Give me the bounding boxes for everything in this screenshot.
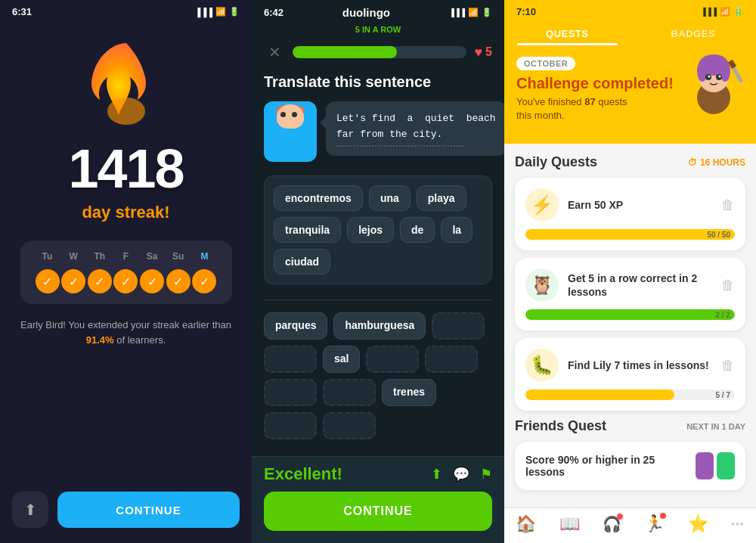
nav-home[interactable]: 🏠 [516,514,536,534]
quest-delete-3[interactable]: 🗑 [721,358,735,374]
signal-icon-3: ▐▐▐ [701,8,717,16]
answer-chip-2[interactable]: una [369,185,411,211]
quest-title-3: Find Lily 7 times in lessons! [568,358,712,372]
home-icon: 🏠 [516,514,536,534]
star-icon: ⭐ [688,514,708,534]
battery-icon: 🔋 [229,7,240,17]
flame-container [81,36,172,134]
quest-delete-1[interactable]: 🗑 [721,197,735,213]
streak-panel: 6:31 ▐▐▐ 📶 🔋 1418 day streak! Tu W Th [0,0,252,543]
status-bar-3: 7:10 ▐▐▐ 📶 🔋 [504,0,756,20]
nav-practice[interactable]: 🏃 [644,514,665,534]
day-tu: Tu [36,251,60,262]
more-icon: ••• [731,518,745,530]
quest-progress-2: 2 / 2 [525,309,735,320]
continue-button-2[interactable]: CONTINUE [264,492,492,531]
banner-character-icon [683,48,744,127]
svg-point-8 [708,76,711,78]
tab-quests[interactable]: QUESTS [504,20,631,45]
continue-button-1[interactable]: CONTINUE [57,492,240,528]
divider [264,299,492,300]
next-badge: NEXT IN 1 DAY [686,422,745,431]
excellent-row: Excellent! ⬆ 💬 ⚑ [264,464,492,484]
close-button[interactable]: ✕ [264,43,285,61]
nav-listen[interactable]: 🎧 [603,515,621,533]
wifi-icon-2: 📶 [468,8,479,17]
day-m: M [192,251,216,262]
word-hamburguesa[interactable]: hamburguesa [333,312,426,340]
word-trenes[interactable]: trenes [382,379,436,406]
block-purple [696,452,714,479]
check-w: ✓ [61,269,85,293]
friends-quest-text: Score 90% or higher in 25 lessons [525,454,686,478]
quest-tabs: QUESTS BADGES [504,20,756,45]
comment-icon[interactable]: 💬 [453,466,469,482]
friends-section: Friends Quest NEXT IN 1 DAY Score 90% or… [515,418,745,490]
progress-bar [293,46,466,58]
streak-number: 1418 [68,138,183,200]
quest-delete-2[interactable]: 🗑 [721,278,735,293]
lesson-bottom: Excellent! ⬆ 💬 ⚑ CONTINUE [252,456,504,543]
translate-label: Translate this sentence [264,73,492,91]
week-days: Tu W Th F Sa Su M [36,251,217,262]
nav-learn[interactable]: 📖 [559,514,580,534]
nav-more[interactable]: ••• [731,518,745,530]
quest-icon-duo: 🦉 [525,268,559,302]
answer-chip-8[interactable]: ciudad [274,249,330,275]
word-bank: parques hamburguesa sal trenes [264,306,492,445]
challenge-sub: You've finished 87 queststhis month. [516,95,683,123]
october-badge: OCTOBER [516,57,575,70]
word-parques[interactable]: parques [264,312,327,340]
week-checks: ✓ ✓ ✓ ✓ ✓ ✓ ✓ [36,269,217,293]
share-action-icon[interactable]: ⬆ [431,466,442,482]
friends-header: Friends Quest NEXT IN 1 DAY [515,418,745,434]
quest-title-2: Get 5 in a row correct in 2 lessons [568,272,712,299]
answer-chip-6[interactable]: de [400,217,435,243]
book-icon: 📖 [559,514,580,534]
streak-label: day streak! [82,203,169,222]
wifi-icon-3: 📶 [720,7,730,17]
nav-quests[interactable]: ⭐ [688,514,708,534]
word-empty-8 [323,412,376,439]
status-bar-2: 6:42 duolingo ▐▐▐ 📶 🔋 [252,0,504,22]
word-empty-2 [264,346,317,373]
word-sal[interactable]: sal [323,346,360,373]
daily-quests-title: Daily Quests [515,154,597,170]
week-grid: Tu W Th F Sa Su M ✓ ✓ ✓ ✓ ✓ ✓ ✓ [20,240,232,304]
challenge-banner: OCTOBER Challenge completed! You've fini… [504,45,756,144]
day-th: Th [88,251,112,262]
word-empty-1 [432,312,485,340]
time-1: 6:31 [12,6,32,17]
flame-icon [81,36,172,134]
friends-title: Friends Quest [515,418,606,434]
clock-icon: ⏱ [688,157,697,168]
answer-chip-3[interactable]: playa [417,185,466,211]
time-3: 7:10 [516,6,536,17]
battery-icon-2: 🔋 [482,8,492,17]
excellent-text: Excellent! [264,464,342,484]
signal-icon: ▐▐▐ [195,8,212,17]
answer-area[interactable]: encontremos una playa tranquila lejos de… [264,175,492,284]
time-badge: ⏱ 16 HOURS [688,157,745,168]
share-button[interactable]: ⬆ [12,492,48,528]
svg-point-0 [107,98,145,125]
daily-quests-header: Daily Quests ⏱ 16 HOURS [515,154,745,170]
status-icons-2: ▐▐▐ 📶 🔋 [449,8,492,17]
answer-chip-7[interactable]: la [441,217,472,243]
character-avatar [264,101,317,162]
char-body [264,101,317,162]
friends-quest-card: Score 90% or higher in 25 lessons [515,442,745,490]
char-eye-right [292,112,297,117]
answer-chip-4[interactable]: tranquila [274,217,341,243]
tab-badges[interactable]: BADGES [631,20,757,45]
quest-icon-bug: 🐛 [525,349,559,382]
lesson-header: ✕ ♥ 5 [252,37,504,66]
answer-chip-5[interactable]: lejos [347,217,394,243]
check-tu: ✓ [36,269,60,293]
answer-chip-1[interactable]: encontremos [274,185,363,211]
panel1-bottom: ⬆ CONTINUE [0,482,252,543]
status-icons-3: ▐▐▐ 📶 🔋 [701,7,744,17]
char-torso [274,129,307,151]
char-eyes [280,112,297,117]
flag-icon[interactable]: ⚑ [480,466,492,482]
